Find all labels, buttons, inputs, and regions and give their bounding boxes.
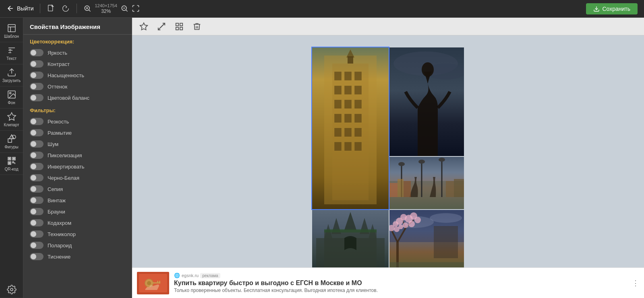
align-icon [139,22,148,31]
svg-point-58 [422,62,434,77]
ad-title[interactable]: Купить квартиру быстро и выгодно с ЕГСН … [174,280,627,287]
svg-point-102 [403,222,408,228]
photo-cell-building[interactable] [312,47,389,209]
svg-rect-89 [434,226,458,258]
ad-globe-icon: 🌐 [174,273,180,278]
kodachrome-toggle[interactable] [30,219,43,226]
sidebar-item-shapes[interactable]: Фигуры [0,131,23,153]
contrast-toggle[interactable] [30,60,43,68]
flip-button[interactable] [155,21,168,33]
toggle-invert: Инвертировать [23,161,132,172]
refresh-button[interactable] [61,4,70,13]
sidebar-background-label: Фон [8,101,15,105]
toggle-pixelize: Пикселизация [23,150,132,161]
save-button[interactable]: Сохранить [586,3,638,14]
sidebar-upload-label: Загрузить [2,78,21,83]
color-correction-label: Цветокоррекция: [23,35,132,47]
technicolor-toggle[interactable] [30,230,43,238]
emboss-toggle[interactable] [30,253,43,260]
svg-rect-31 [180,27,182,29]
toolbar-separator [40,4,40,13]
svg-rect-36 [344,72,352,80]
sidebar-shapes-label: Фигуры [4,145,18,149]
photo-cell-statue[interactable] [389,47,464,156]
fullscreen-button[interactable] [132,4,140,12]
ad-text-block: 🌐 egsnk.ru реклама Купить квартиру быстр… [174,273,627,293]
sidebar-item-text[interactable]: T Текст [0,42,23,64]
ad-more-button[interactable]: ⋮ [632,279,639,288]
svg-rect-112 [157,281,158,283]
saturation-toggle[interactable] [30,72,43,79]
svg-marker-16 [8,113,16,120]
svg-rect-44 [334,114,342,123]
photo-cell-trees[interactable] [389,210,464,267]
svg-point-64 [418,160,425,164]
emboss-label: Тиснение [48,254,70,260]
ad-banner: 🌐 egsnk.ru реклама Купить квартиру быстр… [132,267,644,298]
sidebar-item-qrcode[interactable]: QR-код [0,153,23,175]
photo-cell-cathedral[interactable] [312,210,389,267]
pixelize-toggle[interactable] [30,152,43,159]
toggle-saturation: Насыщенность [23,70,132,81]
svg-rect-67 [389,183,398,197]
sidebar-item-clipart[interactable]: Клипарт [0,109,23,131]
hue-toggle[interactable] [30,83,43,90]
svg-rect-69 [404,181,411,197]
sharpness-toggle[interactable] [30,118,43,125]
toggle-kodachrome: Кодахром [23,217,132,228]
svg-line-7 [126,10,128,12]
svg-rect-50 [334,142,342,151]
svg-rect-70 [446,181,454,197]
image-toolbar [132,18,644,35]
polaroid-label: Полароид [48,243,72,249]
bw-label: Черно-Белая [48,175,79,181]
top-toolbar: Выйти [0,0,644,18]
brightness-toggle[interactable] [30,49,43,56]
toggle-contrast: Контраст [23,58,132,70]
svg-rect-113 [159,281,160,284]
vintage-label: Винтаж [48,197,66,203]
svg-rect-29 [180,23,182,25]
sidebar-clipart-label: Клипарт [4,123,19,127]
canvas-content[interactable]: toH [132,35,644,267]
bridge-image [389,157,464,209]
sidebar-item-background[interactable]: Фон [0,86,23,109]
fullscreen-icon [132,4,140,12]
building-image [312,47,389,209]
grid-button[interactable] [172,21,186,33]
svg-rect-41 [334,100,342,109]
toggle-brightness: Яркость [23,47,132,58]
photo-cell-bridge[interactable] [389,157,464,209]
bw-toggle[interactable] [30,174,43,181]
text-icon: T [7,45,17,55]
brightness-label: Яркость [48,50,67,56]
sidebar-item-upload[interactable]: Загрузить [0,64,23,86]
zoom-in-button[interactable] [83,4,91,12]
brownie-label: Брауни [48,209,65,215]
photo-collage[interactable] [312,47,464,267]
template-icon [7,23,17,33]
panel-title: Свойства Изображения [23,18,132,35]
svg-rect-40 [354,86,362,95]
svg-rect-106 [389,262,464,267]
toggle-bw: Черно-Белая [23,172,132,183]
exit-button[interactable]: Выйти [6,4,33,12]
align-button[interactable] [137,21,151,33]
invert-toggle[interactable] [30,163,43,170]
sidebar-item-settings[interactable] [0,282,23,298]
brownie-toggle[interactable] [30,208,43,215]
sepia-toggle[interactable] [30,185,43,193]
color-balance-toggle[interactable] [30,94,43,101]
sidebar-item-template[interactable]: Шаблон [0,20,23,42]
polaroid-toggle[interactable] [30,242,43,249]
noise-toggle[interactable] [30,140,43,148]
toggle-color-balance: Цветовой баланс [23,92,132,103]
zoom-out-button[interactable] [120,4,128,12]
new-doc-button[interactable] [47,4,56,13]
background-icon [7,90,17,99]
svg-point-15 [9,92,11,94]
upload-icon [7,68,17,77]
delete-button[interactable] [190,21,204,33]
blur-toggle[interactable] [30,129,43,136]
vintage-toggle[interactable] [30,197,43,204]
